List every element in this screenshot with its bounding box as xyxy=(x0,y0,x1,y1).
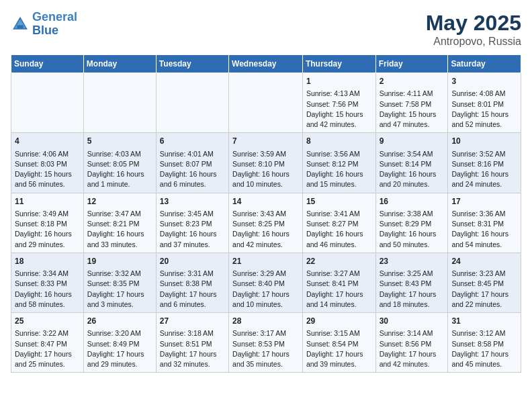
day-number: 22 xyxy=(306,256,372,267)
sunrise-text: Sunrise: 3:56 AM xyxy=(306,149,372,159)
day-number: 16 xyxy=(380,196,445,208)
day-number: 1 xyxy=(306,76,372,87)
sunset-text: Sunset: 8:16 PM xyxy=(451,159,517,169)
day-number: 13 xyxy=(160,196,225,208)
day-number: 3 xyxy=(451,76,517,87)
daylight-text: Daylight: 16 hours and 6 minutes. xyxy=(160,169,225,189)
day-number: 11 xyxy=(15,196,80,208)
sunrise-text: Sunrise: 3:12 AM xyxy=(451,328,517,338)
sunset-text: Sunset: 8:45 PM xyxy=(451,279,517,289)
daylight-text: Daylight: 17 hours and 14 minutes. xyxy=(306,289,372,310)
day-number: 20 xyxy=(160,256,225,267)
day-number: 23 xyxy=(380,256,445,267)
sunset-text: Sunset: 8:54 PM xyxy=(306,339,372,349)
sunrise-text: Sunrise: 3:18 AM xyxy=(160,328,225,338)
daylight-text: Daylight: 16 hours and 58 minutes. xyxy=(15,289,80,310)
day-number: 28 xyxy=(232,316,299,327)
svg-rect-2 xyxy=(17,25,23,28)
daylight-text: Daylight: 16 hours and 29 minutes. xyxy=(15,229,80,249)
table-row: 6Sunrise: 4:01 AMSunset: 8:07 PMDaylight… xyxy=(156,133,228,193)
page-header: General Blue May 2025 Antropovo, Russia xyxy=(11,11,521,48)
day-number: 2 xyxy=(380,76,445,87)
daylight-text: Daylight: 17 hours and 6 minutes. xyxy=(160,289,225,310)
location-subtitle: Antropovo, Russia xyxy=(426,36,521,48)
day-number: 30 xyxy=(380,316,445,327)
day-number: 12 xyxy=(87,196,152,208)
sunrise-text: Sunrise: 4:08 AM xyxy=(451,89,517,99)
table-row: 13Sunrise: 3:45 AMSunset: 8:23 PMDayligh… xyxy=(156,193,228,253)
calendar-header: Sunday Monday Tuesday Wednesday Thursday… xyxy=(11,55,521,73)
day-number: 7 xyxy=(232,136,299,147)
sunrise-text: Sunrise: 3:47 AM xyxy=(87,209,152,219)
sunset-text: Sunset: 8:47 PM xyxy=(15,339,80,349)
day-number: 17 xyxy=(451,196,517,208)
col-monday: Monday xyxy=(83,55,156,73)
table-row: 26Sunrise: 3:20 AMSunset: 8:49 PMDayligh… xyxy=(83,313,156,373)
daylight-text: Daylight: 17 hours and 10 minutes. xyxy=(232,289,299,310)
sunset-text: Sunset: 8:58 PM xyxy=(451,339,517,349)
sunset-text: Sunset: 8:35 PM xyxy=(87,279,152,289)
table-row: 10Sunrise: 3:52 AMSunset: 8:16 PMDayligh… xyxy=(448,133,521,193)
sunset-text: Sunset: 8:53 PM xyxy=(232,339,299,349)
day-number: 26 xyxy=(87,316,152,327)
sunrise-text: Sunrise: 4:13 AM xyxy=(306,89,372,99)
table-row: 17Sunrise: 3:36 AMSunset: 8:31 PMDayligh… xyxy=(448,193,521,253)
sunset-text: Sunset: 8:25 PM xyxy=(232,219,299,229)
daylight-text: Daylight: 16 hours and 50 minutes. xyxy=(380,229,445,249)
daylight-text: Daylight: 17 hours and 39 minutes. xyxy=(306,349,372,369)
table-row: 8Sunrise: 3:56 AMSunset: 8:12 PMDaylight… xyxy=(302,133,375,193)
table-row: 9Sunrise: 3:54 AMSunset: 8:14 PMDaylight… xyxy=(375,133,448,193)
col-friday: Friday xyxy=(375,55,448,73)
sunset-text: Sunset: 8:33 PM xyxy=(15,279,80,289)
table-row: 14Sunrise: 3:43 AMSunset: 8:25 PMDayligh… xyxy=(229,193,303,253)
logo: General Blue xyxy=(11,11,77,38)
sunset-text: Sunset: 8:43 PM xyxy=(380,279,445,289)
table-row: 1Sunrise: 4:13 AMSunset: 7:56 PMDaylight… xyxy=(302,73,375,133)
sunrise-text: Sunrise: 3:32 AM xyxy=(87,269,152,279)
sunset-text: Sunset: 7:56 PM xyxy=(306,99,372,109)
col-saturday: Saturday xyxy=(448,55,521,73)
table-row: 11Sunrise: 3:49 AMSunset: 8:18 PMDayligh… xyxy=(11,193,84,253)
daylight-text: Daylight: 17 hours and 3 minutes. xyxy=(87,289,152,310)
day-number: 31 xyxy=(451,316,517,327)
sunrise-text: Sunrise: 4:03 AM xyxy=(87,149,152,159)
col-sunday: Sunday xyxy=(11,55,84,73)
table-row: 27Sunrise: 3:18 AMSunset: 8:51 PMDayligh… xyxy=(156,313,228,373)
sunrise-text: Sunrise: 3:52 AM xyxy=(451,149,517,159)
table-row: 5Sunrise: 4:03 AMSunset: 8:05 PMDaylight… xyxy=(83,133,156,193)
sunset-text: Sunset: 8:31 PM xyxy=(451,219,517,229)
daylight-text: Daylight: 16 hours and 42 minutes. xyxy=(232,229,299,249)
sunset-text: Sunset: 8:07 PM xyxy=(160,159,225,169)
sunrise-text: Sunrise: 4:06 AM xyxy=(15,149,80,159)
sunset-text: Sunset: 8:41 PM xyxy=(306,279,372,289)
sunset-text: Sunset: 8:12 PM xyxy=(306,159,372,169)
sunrise-text: Sunrise: 3:14 AM xyxy=(380,328,445,338)
day-number: 18 xyxy=(15,256,80,267)
day-number: 10 xyxy=(451,136,517,147)
table-row: 16Sunrise: 3:38 AMSunset: 8:29 PMDayligh… xyxy=(375,193,448,253)
table-row: 23Sunrise: 3:25 AMSunset: 8:43 PMDayligh… xyxy=(375,253,448,312)
daylight-text: Daylight: 17 hours and 29 minutes. xyxy=(87,349,152,369)
table-row: 20Sunrise: 3:31 AMSunset: 8:38 PMDayligh… xyxy=(156,253,228,312)
sunset-text: Sunset: 8:14 PM xyxy=(380,159,445,169)
table-row: 28Sunrise: 3:17 AMSunset: 8:53 PMDayligh… xyxy=(229,313,303,373)
daylight-text: Daylight: 16 hours and 24 minutes. xyxy=(451,169,517,189)
sunset-text: Sunset: 8:38 PM xyxy=(160,279,225,289)
daylight-text: Daylight: 15 hours and 56 minutes. xyxy=(15,169,80,189)
day-number: 9 xyxy=(380,136,445,147)
daylight-text: Daylight: 17 hours and 32 minutes. xyxy=(160,349,225,369)
daylight-text: Daylight: 17 hours and 45 minutes. xyxy=(451,349,517,369)
calendar-body: 1Sunrise: 4:13 AMSunset: 7:56 PMDaylight… xyxy=(11,73,521,373)
sunset-text: Sunset: 8:56 PM xyxy=(380,339,445,349)
sunset-text: Sunset: 8:03 PM xyxy=(15,159,80,169)
table-row: 12Sunrise: 3:47 AMSunset: 8:21 PMDayligh… xyxy=(83,193,156,253)
table-row: 4Sunrise: 4:06 AMSunset: 8:03 PMDaylight… xyxy=(11,133,84,193)
table-row: 15Sunrise: 3:41 AMSunset: 8:27 PMDayligh… xyxy=(302,193,375,253)
day-number: 29 xyxy=(306,316,372,327)
day-number: 25 xyxy=(15,316,80,327)
title-block: May 2025 Antropovo, Russia xyxy=(426,11,521,48)
sunset-text: Sunset: 8:01 PM xyxy=(451,99,517,109)
daylight-text: Daylight: 16 hours and 15 minutes. xyxy=(306,169,372,189)
daylight-text: Daylight: 16 hours and 10 minutes. xyxy=(232,169,299,189)
daylight-text: Daylight: 16 hours and 46 minutes. xyxy=(306,229,372,249)
